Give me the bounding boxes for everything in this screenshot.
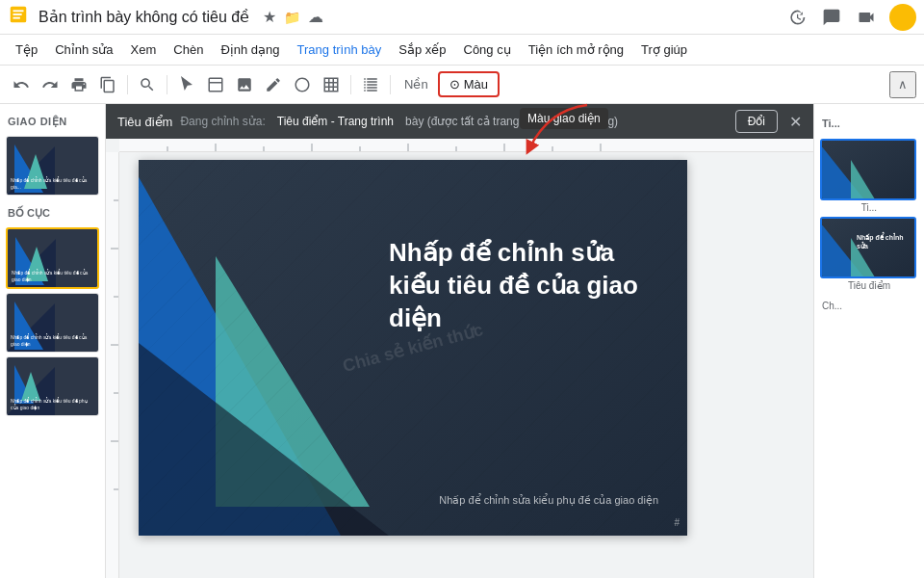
svg-rect-4: [209, 78, 222, 92]
right-panel: Ti... Ti... Nhấp để chỉnh sửa Tiêu điểm: [813, 104, 924, 578]
svg-rect-1: [13, 10, 24, 12]
menu-insert[interactable]: Chèn: [166, 39, 211, 61]
slide-hash: #: [674, 517, 680, 528]
right-thumb-1: [820, 139, 916, 200]
background-label: Nền: [404, 77, 428, 92]
slide-thumb-inner-4: Nhấp để chỉnh sửa kiểu tiêu đề phụ của g…: [7, 357, 99, 415]
slide-thumb-inner-1: Nhấp để chỉnh sửa kiểu tiêu đề của gia..…: [7, 137, 99, 195]
menu-edit[interactable]: Chỉnh sửa: [47, 39, 120, 61]
theme-close-button[interactable]: ✕: [789, 113, 802, 131]
toolbar-divider-1: [127, 75, 128, 94]
cloud-icon[interactable]: ☁: [308, 8, 323, 26]
undo-button[interactable]: [8, 71, 35, 98]
slide-canvas-wrapper[interactable]: Chia sẻ kiến thức Nhấp để chỉnh sửa kiểu…: [119, 152, 706, 543]
svg-rect-2: [13, 13, 22, 15]
giao-dien-header: GIAO DIỆN: [0, 112, 105, 132]
collapse-toolbar-button[interactable]: ∧: [889, 71, 916, 98]
thumb2-text: Nhấp để chỉnh sửa kiểu tiêu đề của giao …: [12, 270, 96, 283]
right-share-label: Ch...: [814, 295, 924, 317]
canvas-area: Chia sẻ kiến thức Nhấp để chỉnh sửa kiểu…: [106, 152, 813, 578]
title-bar: Bản trình bày không có tiêu đề ★ 📁 ☁: [0, 0, 924, 35]
theme-change-button[interactable]: Đổi: [735, 110, 778, 133]
slide-thumb-1[interactable]: Nhấp để chỉnh sửa kiểu tiêu đề của gia..…: [6, 136, 99, 196]
menu-format[interactable]: Định dạng: [213, 39, 287, 61]
title-bar-left: Bản trình bày không có tiêu đề ★ 📁 ☁: [8, 4, 785, 31]
image-button[interactable]: [231, 71, 258, 98]
slides-sidebar: GIAO DIỆN Nhấp để chỉnh sửa kiểu tiêu đề…: [0, 104, 106, 578]
table-button[interactable]: [318, 71, 345, 98]
theme-bar: Tiêu điểm Đang chỉnh sửa: Tiêu điểm - Tr…: [106, 104, 813, 139]
line-button[interactable]: [289, 71, 316, 98]
editing-panel: Tiêu điểm Đang chỉnh sửa: Tiêu điểm - Tr…: [106, 104, 813, 578]
cursor-button[interactable]: [173, 71, 200, 98]
right-label-2: Tiêu điểm: [820, 280, 918, 291]
text-align-button[interactable]: [357, 71, 384, 98]
slide-canvas[interactable]: Chia sẻ kiến thức Nhấp để chỉnh sửa kiểu…: [139, 160, 687, 536]
slide-thumb-2[interactable]: Nhấp để chỉnh sửa kiểu tiêu đề của giao …: [6, 227, 99, 289]
slide-thumb-4[interactable]: Nhấp để chỉnh sửa kiểu tiêu đề phụ của g…: [6, 356, 99, 416]
stripe-overlay: [139, 160, 687, 536]
color-tooltip: Màu giao diện: [520, 108, 608, 129]
svg-rect-3: [13, 16, 20, 18]
app-logo: [8, 4, 29, 31]
menu-tools[interactable]: Công cụ: [456, 39, 519, 61]
menu-help[interactable]: Trợ giúp: [633, 39, 695, 61]
svg-rect-6: [324, 78, 338, 92]
slide-thumb-inner-3: Nhấp để chỉnh sửa kiểu tiêu đề của giao …: [7, 294, 99, 352]
menu-extensions[interactable]: Tiện ích mở rộng: [521, 39, 631, 61]
copy-button[interactable]: [94, 71, 121, 98]
toolbar-divider-2: [167, 75, 167, 94]
redo-button[interactable]: [37, 71, 64, 98]
right-panel-item-2[interactable]: Nhấp để chỉnh sửa Tiêu điểm: [820, 217, 918, 291]
color-button[interactable]: ⊙ Màu: [438, 71, 500, 97]
theme-editing-label: Đang chỉnh sửa:: [180, 115, 265, 128]
title-icons: ★ 📁 ☁: [263, 8, 323, 26]
toolbar-divider-3: [350, 75, 351, 94]
draw-button[interactable]: [260, 71, 287, 98]
theme-title: Tiêu điểm: [117, 115, 172, 129]
background-button[interactable]: Nền: [397, 73, 436, 95]
right-panel-item-1[interactable]: Ti...: [820, 139, 918, 213]
document-title[interactable]: Bản trình bày không có tiêu đề: [38, 8, 249, 26]
drive-icon[interactable]: 📁: [284, 10, 300, 25]
thumb3-text: Nhấp để chỉnh sửa kiểu tiêu đề của giao …: [11, 334, 95, 348]
zoom-button[interactable]: [134, 71, 161, 98]
bo-cuc-header: BỐ CỤC: [0, 199, 105, 223]
slide-subtitle[interactable]: Nhấp để chỉnh sửa kiểu phụ đề của giao d…: [439, 494, 658, 507]
color-label: Màu: [464, 77, 488, 92]
theme-editing-value: Tiêu điểm - Trang trình: [277, 115, 394, 128]
menu-slide[interactable]: Trang trình bày: [290, 39, 390, 61]
main-area: GIAO DIỆN Nhấp để chỉnh sửa kiểu tiêu đề…: [0, 104, 924, 578]
ruler-horizontal: [119, 139, 813, 152]
menu-view[interactable]: Xem: [123, 39, 165, 61]
video-icon[interactable]: [855, 6, 878, 29]
star-icon[interactable]: ★: [263, 8, 276, 26]
slide-thumb-3[interactable]: Nhấp để chỉnh sửa kiểu tiêu đề của giao …: [6, 293, 99, 353]
toolbar-divider-4: [390, 75, 391, 94]
color-icon: ⊙: [449, 77, 460, 92]
select-button[interactable]: [202, 71, 229, 98]
slide-thumb-inner-2: Nhấp để chỉnh sửa kiểu tiêu đề của giao …: [8, 229, 99, 287]
menu-arrange[interactable]: Sắp xếp: [391, 39, 453, 61]
right-panel-header: Ti...: [814, 112, 924, 135]
menu-bar: Tệp Chỉnh sửa Xem Chèn Định dạng Trang t…: [0, 35, 924, 66]
user-avatar[interactable]: [889, 4, 916, 31]
thumb1-text: Nhấp để chỉnh sửa kiểu tiêu đề của gia..…: [11, 177, 95, 191]
toolbar: Nền ⊙ Màu ∧ Màu giao diện: [0, 66, 924, 104]
print-button[interactable]: [65, 71, 92, 98]
slide-title[interactable]: Nhấp để chỉnh sửa kiểu tiêu đề của giao …: [389, 237, 658, 334]
thumb4-text: Nhấp để chỉnh sửa kiểu tiêu đề phụ của g…: [11, 398, 95, 411]
title-bar-right: [785, 4, 916, 31]
right-thumb-2: Nhấp để chỉnh sửa: [820, 217, 916, 278]
right-label-1: Ti...: [820, 202, 918, 213]
ruler-vertical: [106, 152, 119, 578]
comment-icon[interactable]: [820, 6, 843, 29]
history-icon[interactable]: [785, 6, 808, 29]
menu-file[interactable]: Tệp: [8, 39, 45, 61]
